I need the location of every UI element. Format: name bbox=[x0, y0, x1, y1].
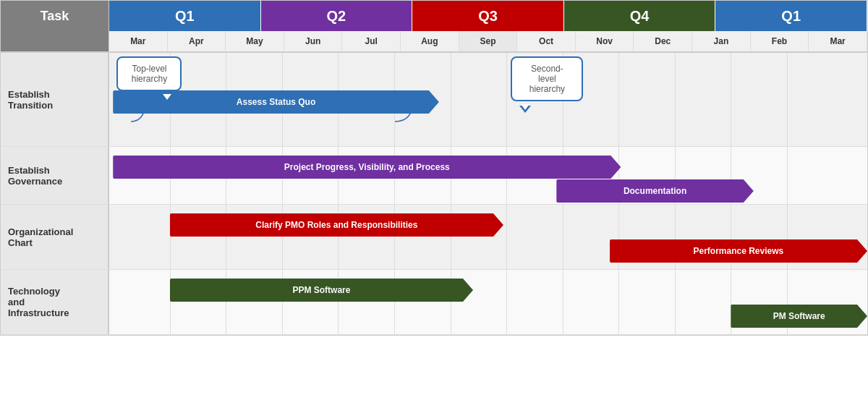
gantt-chart: Task Q1 Q2 Q3 Q4 Q1 Mar Apr May Jun Jul … bbox=[0, 0, 868, 336]
establish-governance-content: Project Progress, Visibility, and Proces… bbox=[109, 147, 867, 204]
establish-transition-label: EstablishTransition bbox=[1, 53, 109, 146]
q1-header: Q1 bbox=[109, 1, 261, 31]
month-sep: Sep bbox=[459, 31, 518, 51]
month-nov: Nov bbox=[576, 31, 634, 51]
establish-governance-label: EstablishGovernance bbox=[1, 147, 109, 204]
org-chart-content: Clarify PMO Roles and Responsibilities P… bbox=[109, 205, 867, 269]
month-header-row: Mar Apr May Jun Jul Aug Sep Oct Nov Dec … bbox=[1, 31, 867, 53]
documentation-label: Documentation bbox=[624, 186, 686, 196]
quarter-header-row: Task Q1 Q2 Q3 Q4 Q1 bbox=[1, 1, 867, 31]
month-oct: Oct bbox=[517, 31, 576, 51]
month-jan: Jan bbox=[692, 31, 751, 51]
clarify-pmo-bar: Clarify PMO Roles and Responsibilities bbox=[170, 213, 503, 237]
establish-governance-row: EstablishGovernance Project Progress, Vi… bbox=[1, 147, 867, 205]
month-mar2: Mar bbox=[809, 31, 867, 51]
ppm-software-bar: PPM Software bbox=[170, 279, 473, 302]
month-mar1: Mar bbox=[109, 31, 168, 51]
month-jul: Jul bbox=[342, 31, 401, 51]
q4-header: Q4 bbox=[564, 1, 716, 31]
month-dec: Dec bbox=[634, 31, 692, 51]
establish-transition-row: EstablishTransition Assess Status Quo To bbox=[1, 53, 867, 147]
tech-infra-content: PPM Software PM Software bbox=[109, 270, 867, 334]
secondlevel-callout-text: Second-levelhierarchy bbox=[529, 64, 565, 94]
establish-transition-content: Assess Status Quo Top-levelhierarchy Sec… bbox=[109, 53, 867, 146]
tech-infra-row: TechnologyandInfrastructure PPM Software… bbox=[1, 270, 867, 335]
month-feb: Feb bbox=[751, 31, 809, 51]
clarify-pmo-label: Clarify PMO Roles and Responsibilities bbox=[255, 220, 417, 230]
assess-bar-label: Assess Status Quo bbox=[237, 97, 315, 107]
pm-software-bar: PM Software bbox=[731, 305, 867, 328]
q2-header: Q2 bbox=[261, 1, 413, 31]
toplevel-callout: Top-levelhierarchy bbox=[116, 56, 182, 91]
month-apr: Apr bbox=[168, 31, 226, 51]
q3-header: Q3 bbox=[412, 1, 564, 31]
q1-next-header: Q1 bbox=[715, 1, 867, 31]
org-chart-label: OrganizationalChart bbox=[1, 205, 109, 269]
task-column-header: Task bbox=[1, 1, 109, 31]
performance-reviews-bar: Performance Reviews bbox=[610, 239, 867, 263]
secondlevel-callout: Second-levelhierarchy bbox=[511, 56, 583, 101]
pm-software-label: PM Software bbox=[773, 311, 825, 321]
org-chart-row: OrganizationalChart Clarify PMO Roles an… bbox=[1, 205, 867, 270]
project-progress-label: Project Progress, Visibility, and Proces… bbox=[284, 162, 450, 172]
month-task-spacer bbox=[1, 31, 109, 51]
toplevel-callout-text: Top-levelhierarchy bbox=[132, 64, 167, 84]
documentation-bar: Documentation bbox=[556, 179, 753, 203]
project-progress-bar: Project Progress, Visibility, and Proces… bbox=[113, 156, 621, 179]
month-jun: Jun bbox=[284, 31, 343, 51]
ppm-software-label: PPM Software bbox=[292, 285, 350, 295]
month-may: May bbox=[226, 31, 284, 51]
tech-infra-label: TechnologyandInfrastructure bbox=[1, 270, 109, 334]
month-aug: Aug bbox=[401, 31, 459, 51]
performance-reviews-label: Performance Reviews bbox=[693, 246, 783, 256]
